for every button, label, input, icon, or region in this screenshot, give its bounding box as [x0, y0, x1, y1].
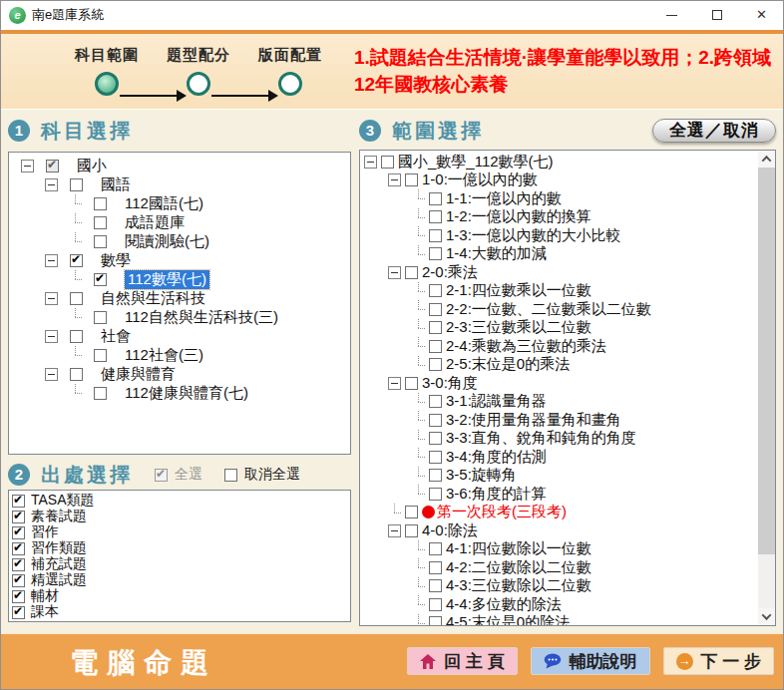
tree-item-label[interactable]: 2-2:一位數、二位數乘以二位數 [446, 300, 651, 319]
tree-item[interactable]: 閱讀測驗(七) [21, 232, 350, 251]
tree-item-checkbox[interactable] [429, 303, 442, 316]
source-item-checkbox[interactable] [12, 558, 25, 571]
source-list-item[interactable]: 課本 [12, 604, 350, 620]
collapse-expander-icon[interactable] [21, 160, 34, 172]
tree-item-checkbox[interactable] [94, 197, 107, 210]
tree-item-checkbox[interactable] [429, 414, 442, 427]
tree-item-label[interactable]: 1-3:一億以內數的大小比較 [446, 226, 621, 245]
tree-item-checkbox[interactable] [405, 173, 418, 186]
tree-item[interactable]: 1-4:大數的加減 [364, 245, 775, 264]
tree-item-checkbox[interactable] [70, 330, 83, 343]
tree-item[interactable]: 2-4:乘數為三位數的乘法 [364, 337, 775, 356]
tree-item[interactable]: 112國語(七) [21, 194, 350, 213]
tree-item-checkbox[interactable] [429, 340, 442, 353]
tree-item-checkbox[interactable] [429, 210, 442, 223]
tree-item-checkbox[interactable] [429, 321, 442, 334]
tree-item-checkbox[interactable] [429, 247, 442, 260]
maximize-button[interactable] [694, 0, 739, 30]
tree-item-label[interactable]: 4-2:二位數除以二位數 [446, 558, 591, 577]
tree-item-label[interactable]: 3-4:角度的估測 [446, 448, 547, 467]
tree-item[interactable]: 112健康與體育(七) [21, 384, 350, 403]
collapse-expander-icon[interactable] [388, 266, 401, 279]
collapse-expander-icon[interactable] [388, 524, 401, 537]
tree-item-checkbox[interactable] [70, 292, 83, 305]
tree-item-checkbox[interactable] [94, 311, 107, 324]
wizard-step[interactable]: 版面配置 [244, 46, 336, 96]
tree-item-checkbox[interactable] [94, 387, 107, 400]
tree-item-label[interactable]: 1-0:一億以內的數 [422, 171, 538, 189]
tree-item-label[interactable]: 2-5:末位是0的乘法 [446, 355, 570, 374]
deselect-all-option[interactable]: 取消全選 [224, 466, 300, 484]
select-all-checkbox[interactable] [155, 469, 168, 482]
tree-item[interactable]: 1-3:一億以內數的大小比較 [364, 226, 775, 245]
tree-item-label[interactable]: 112數學(七) [125, 270, 209, 289]
tree-item[interactable]: 1-2:一億以內數的換算 [364, 208, 775, 227]
tree-item-label[interactable]: 閱讀測驗(七) [125, 232, 209, 251]
wizard-step[interactable]: 題型配分 [153, 46, 244, 96]
tree-item-checkbox[interactable] [46, 160, 59, 172]
tree-item[interactable]: 2-5:末位是0的乘法 [364, 356, 775, 375]
tree-item-label[interactable]: 112社會(三) [125, 346, 203, 365]
source-list-item[interactable]: 補充試題 [12, 556, 350, 572]
tree-item-label[interactable]: 成語題庫 [125, 213, 185, 232]
tree-item-label[interactable]: 1-4:大數的加減 [446, 244, 547, 263]
tree-item[interactable]: 3-4:角度的估測 [364, 448, 775, 467]
tree-item[interactable]: 自然與生活科技 [21, 289, 350, 308]
tree-item[interactable]: 4-0:除法 [364, 521, 775, 540]
close-button[interactable]: ✕ [739, 0, 784, 30]
tree-item-checkbox[interactable] [405, 506, 418, 518]
source-item-checkbox[interactable] [12, 606, 25, 619]
tree-item-label[interactable]: 第一次段考(三段考) [437, 503, 567, 521]
tree-item-checkbox[interactable] [70, 368, 83, 381]
tree-item-label[interactable]: 4-1:四位數除以一位數 [446, 539, 591, 558]
tree-item[interactable]: 國小 [21, 157, 350, 175]
source-list-item[interactable]: 習作 [12, 524, 350, 540]
tree-item-checkbox[interactable] [429, 395, 442, 408]
collapse-expander-icon[interactable] [45, 254, 58, 267]
tree-item-checkbox[interactable] [429, 598, 442, 611]
tree-item[interactable]: 第一次段考(三段考) [364, 504, 775, 522]
tree-item-label[interactable]: 2-4:乘數為三位數的乘法 [446, 337, 606, 356]
tree-item-label[interactable]: 112自然與生活科技(三) [125, 308, 278, 327]
tree-item[interactable]: 4-4:多位數的除法 [364, 595, 775, 614]
footer-button[interactable]: 回 主 頁 [407, 647, 517, 675]
tree-item-label[interactable]: 3-6:角度的計算 [446, 485, 547, 504]
source-item-checkbox[interactable] [12, 574, 25, 587]
collapse-expander-icon[interactable] [45, 330, 58, 343]
tree-item-checkbox[interactable] [429, 561, 442, 574]
tree-item-label[interactable]: 3-5:旋轉角 [446, 466, 517, 485]
scroll-down-button[interactable] [758, 608, 775, 625]
select-all-toggle-button[interactable]: 全選／取消 [652, 119, 776, 143]
tree-item-checkbox[interactable] [405, 266, 418, 279]
tree-item-label[interactable]: 2-0:乘法 [422, 263, 478, 282]
source-list-item[interactable]: 習作類題 [12, 540, 350, 556]
collapse-expander-icon[interactable] [45, 292, 58, 305]
tree-item[interactable]: 3-0:角度 [364, 374, 775, 393]
tree-item-checkbox[interactable] [429, 451, 442, 464]
source-item-checkbox[interactable] [12, 526, 25, 539]
tree-item-checkbox[interactable] [429, 616, 442, 626]
tree-item[interactable]: 國語 [21, 175, 350, 194]
tree-item[interactable]: 健康與體育 [21, 365, 350, 384]
tree-item[interactable]: 4-1:四位數除以一位數 [364, 540, 775, 559]
tree-item-label[interactable]: 健康與體育 [101, 365, 176, 384]
collapse-expander-icon[interactable] [388, 377, 401, 390]
tree-item-checkbox[interactable] [429, 358, 442, 371]
tree-item[interactable]: 1-1:一億以內的數 [364, 189, 775, 208]
tree-item[interactable]: 3-3:直角、銳角和鈍角的角度 [364, 430, 775, 449]
tree-item-checkbox[interactable] [94, 216, 107, 229]
tree-item-checkbox[interactable] [429, 284, 442, 297]
tree-item-checkbox[interactable] [70, 254, 83, 267]
tree-item-label[interactable]: 自然與生活科技 [101, 289, 205, 308]
tree-item-label[interactable]: 國小 [77, 157, 107, 175]
tree-item-label[interactable]: 4-5:末位是0的除法 [446, 613, 570, 626]
tree-item-label[interactable]: 1-1:一億以內的數 [446, 189, 562, 208]
tree-item[interactable]: 2-0:乘法 [364, 263, 775, 282]
tree-item-checkbox[interactable] [94, 273, 107, 286]
tree-item-label[interactable]: 112健康與體育(七) [125, 384, 248, 403]
tree-item-label[interactable]: 2-3:三位數乘以二位數 [446, 318, 591, 337]
tree-item[interactable]: 112數學(七) [21, 270, 350, 289]
tree-item[interactable]: 3-6:角度的計算 [364, 485, 775, 504]
tree-item-checkbox[interactable] [94, 349, 107, 362]
source-list-item[interactable]: 輔材 [12, 588, 350, 604]
